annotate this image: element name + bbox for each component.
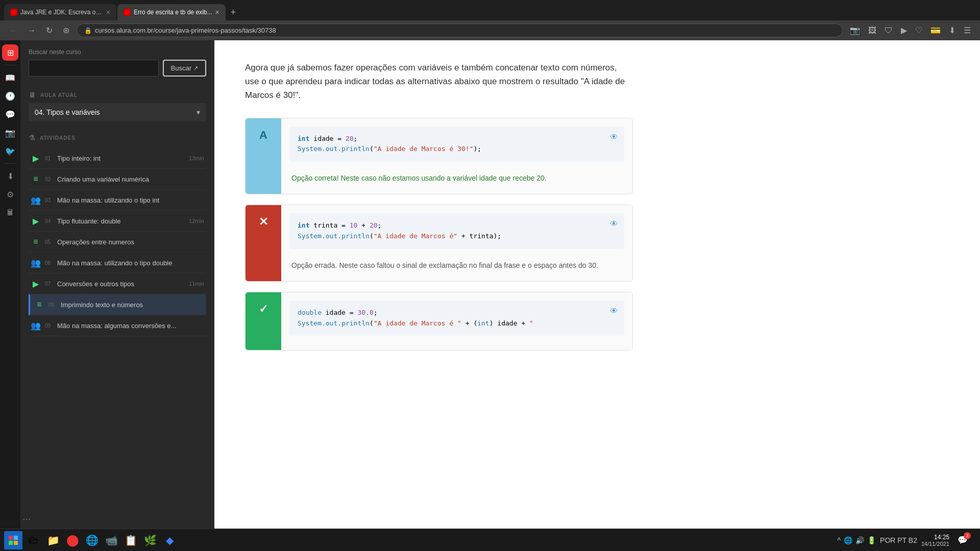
code-block-B: 👁 int trinta = 10 + 20; System.out.print…	[289, 213, 624, 249]
play-icon[interactable]: ▶	[898, 23, 910, 37]
answer-marker-C[interactable]: ✓	[246, 292, 281, 350]
activity-item-2[interactable]: ≡ 02 Criando uma variável numérica	[29, 169, 206, 190]
activity-item-3[interactable]: 👥 03 Mão na massa: utilizando o tipo int	[29, 190, 206, 211]
activity-num-6: 06	[45, 260, 53, 266]
taskbar-icon-files[interactable]: 🗁	[24, 531, 43, 549]
grid-button[interactable]: ⊛	[60, 23, 72, 37]
camera-icon[interactable]: 📷	[847, 23, 863, 37]
start-button[interactable]	[4, 531, 22, 549]
chapter-arrow-icon: ▾	[197, 108, 200, 116]
activity-name-1: Tipo inteiro: int	[57, 155, 185, 162]
eye-icon-A[interactable]: 👁	[610, 132, 618, 145]
browser-sidebar-icon-whatsapp[interactable]: 💬	[2, 106, 18, 122]
browser-sidebar-icon-bookmarks[interactable]: 📖	[2, 69, 18, 86]
browser-sidebar-icon-tabs[interactable]: ⊞	[2, 44, 18, 61]
taskbar-icon-zoom[interactable]: 📹	[102, 531, 120, 549]
tab-1[interactable]: Java JRE e JDK: Escreva o s... ×	[4, 4, 116, 20]
list-icon-8: ≡	[34, 299, 44, 310]
users-icon-3: 👥	[31, 195, 41, 205]
activity-name-2: Criando uma variável numérica	[57, 176, 200, 183]
activity-name-7: Conversões e outros tipos	[57, 280, 185, 288]
activity-item-1[interactable]: ▶ 01 Tipo inteiro: int 13min	[29, 148, 206, 169]
forward-button[interactable]: →	[24, 24, 39, 37]
notification-icon[interactable]: 💬 3	[953, 531, 972, 549]
browser-sidebar-icon-downloads[interactable]: ⬇	[2, 168, 18, 184]
answer-option-B: ✕ 👁 int trinta = 10 + 20; System.out.pri…	[245, 205, 633, 282]
more-options-button[interactable]: ···	[20, 509, 214, 529]
activity-item-7[interactable]: ▶ 07 Conversões e outros tipos 11min	[29, 273, 206, 294]
activity-item-9[interactable]: 👥 09 Mão na massa: algumas conversões e.…	[29, 315, 206, 336]
activity-item-6[interactable]: 👥 06 Mão na massa: utilizando o tipo dou…	[29, 253, 206, 273]
code-line-B-1: int trinta = 10 + 20;	[298, 220, 616, 231]
activity-name-3: Mão na massa: utilizando o tipo int	[57, 196, 200, 204]
course-sidebar: Buscar neste curso Buscar ↗ 🖥 AULA ATUAL…	[20, 40, 214, 529]
taskbar-icon-folder[interactable]: 📁	[44, 531, 62, 549]
taskbar-icon-app8[interactable]: ◆	[160, 531, 179, 549]
sidebar-separator-2	[4, 163, 16, 164]
nav-bar: ← → ↻ ⊛ 🔒 cursos.alura.com.br/course/jav…	[0, 20, 980, 40]
activity-name-9: Mão na massa: algumas conversões e...	[57, 322, 200, 330]
activities-label: ⚗ ATIVIDADES	[29, 134, 206, 142]
taskbar-icon-clipboard[interactable]: 📋	[121, 531, 140, 549]
system-tray-icons: ^ 🌐 🔊 🔋	[837, 536, 876, 544]
back-button[interactable]: ←	[6, 24, 20, 37]
address-bar[interactable]: 🔒 cursos.alura.com.br/course/java-primei…	[77, 23, 843, 37]
menu-icon[interactable]: ☰	[961, 23, 974, 37]
taskbar-icon-opera[interactable]: ⬤	[63, 531, 82, 549]
search-section: Buscar neste curso Buscar ↗	[20, 40, 214, 85]
tab-2-close[interactable]: ×	[215, 8, 219, 16]
activity-item-4[interactable]: ▶ 04 Tipo flutuante: double 12min	[29, 211, 206, 232]
tray-chevron-icon[interactable]: ^	[837, 536, 841, 544]
answer-marker-B[interactable]: ✕	[246, 205, 281, 281]
answer-letter-C: ✓	[259, 303, 268, 316]
search-button[interactable]: Buscar ↗	[163, 60, 206, 77]
chapter-dropdown[interactable]: 04. Tipos e variáveis ▾	[29, 103, 206, 121]
tray-sound-icon[interactable]: 🔊	[855, 536, 864, 544]
activity-num-9: 09	[45, 323, 53, 329]
browser-sidebar-icon-history[interactable]: 🕐	[2, 88, 18, 104]
browser-sidebar: ⊞ 📖 🕐 💬 📷 🐦 ⬇ ⚙ 🖩	[0, 40, 20, 529]
browser-sidebar-icon-twitter[interactable]: 🐦	[2, 143, 18, 159]
activity-num-4: 04	[45, 218, 53, 224]
users-icon-6: 👥	[31, 258, 41, 268]
svg-rect-1	[14, 536, 18, 540]
download-icon[interactable]: ⬇	[946, 23, 959, 37]
taskbar-clock[interactable]: 14:25 14/11/2021	[921, 534, 949, 547]
tray-battery-icon[interactable]: 🔋	[867, 536, 876, 544]
browser-sidebar-icon-calculator[interactable]: 🖩	[2, 205, 18, 221]
activity-item-5[interactable]: ≡ 05 Operações entre numeros	[29, 232, 206, 253]
search-input[interactable]	[29, 60, 159, 77]
list-icon-5: ≡	[31, 237, 41, 247]
activities-section: ⚗ ATIVIDADES ▶ 01 Tipo inteiro: int 13mi…	[20, 128, 214, 509]
heart-icon[interactable]: ♡	[912, 23, 925, 37]
refresh-button[interactable]: ↻	[43, 23, 56, 37]
eye-icon-C[interactable]: 👁	[610, 306, 618, 319]
activity-duration-7: 11min	[189, 281, 204, 287]
browser-sidebar-icon-settings[interactable]: ⚙	[2, 186, 18, 203]
answer-feedback-A: Opção correta! Neste caso não estamos us…	[289, 168, 624, 186]
activity-num-2: 02	[45, 177, 53, 182]
current-lesson-section: 🖥 AULA ATUAL 04. Tipos e variáveis ▾	[20, 85, 214, 128]
tray-network-icon[interactable]: 🌐	[844, 536, 852, 544]
vpn-icon[interactable]: 🛡	[881, 23, 896, 37]
tab-1-close[interactable]: ×	[106, 8, 110, 16]
current-lesson-label: 🖥 AULA ATUAL	[29, 91, 206, 99]
taskbar-icon-evernote[interactable]: 🌿	[141, 531, 159, 549]
svg-rect-3	[14, 541, 18, 545]
eye-icon-B[interactable]: 👁	[610, 218, 618, 232]
tab-2[interactable]: Erro de escrita e tb de exib... ×	[117, 4, 226, 20]
screenshot-icon[interactable]: 🖼	[865, 23, 879, 37]
activity-num-7: 07	[45, 281, 53, 287]
answer-marker-A[interactable]: A	[246, 118, 281, 194]
code-block-A: 👁 int idade = 20; System.out.println("A …	[289, 127, 624, 162]
activity-num-8: 08	[48, 302, 57, 308]
main-layout: ⊞ 📖 🕐 💬 📷 🐦 ⬇ ⚙ 🖩 Buscar neste curso Bus…	[0, 40, 980, 529]
taskbar-icon-chrome[interactable]: 🌐	[83, 531, 101, 549]
monitor-icon: 🖥	[29, 91, 36, 99]
browser-sidebar-icon-instagram[interactable]: 📷	[2, 124, 18, 141]
language-indicator[interactable]: POR PT B2	[880, 536, 917, 544]
code-block-C: 👁 double idade = 30.0; System.out.printl…	[289, 300, 624, 336]
wallet-icon[interactable]: 💳	[927, 23, 944, 37]
activity-item-8[interactable]: ≡ 08 Imprimindo texto e números	[29, 294, 206, 315]
new-tab-button[interactable]: +	[227, 5, 240, 20]
